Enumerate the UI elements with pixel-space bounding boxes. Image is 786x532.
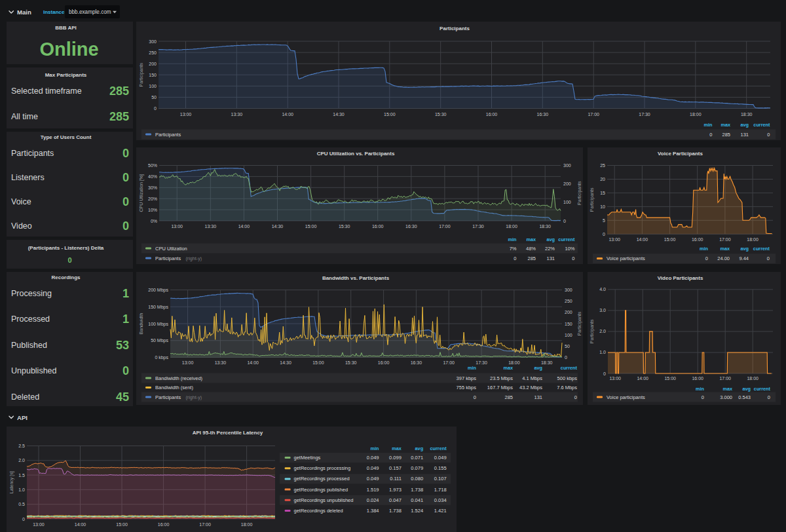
svg-text:13:00: 13:00 (33, 522, 45, 527)
svg-text:0.111: 0.111 (390, 476, 402, 482)
svg-text:Participants: Participants (155, 132, 181, 138)
svg-text:200 Mbps: 200 Mbps (148, 288, 168, 293)
svg-text:16:00: 16:00 (692, 376, 703, 381)
svg-text:Voice: Voice (11, 197, 31, 206)
svg-text:1.519: 1.519 (367, 487, 379, 493)
svg-text:max: max (503, 365, 513, 371)
svg-text:0: 0 (122, 219, 129, 233)
svg-text:0.157: 0.157 (389, 465, 402, 471)
svg-text:CPU Utilization vs. Participan: CPU Utilization vs. Participants (317, 151, 395, 157)
svg-text:22%: 22% (545, 246, 555, 252)
svg-text:avg: avg (546, 237, 555, 242)
svg-text:13:00: 13:00 (180, 112, 192, 117)
svg-text:Voice Participants: Voice Participants (658, 151, 703, 157)
svg-text:14:00: 14:00 (282, 112, 293, 117)
svg-text:0: 0 (122, 195, 129, 208)
svg-text:Instance: Instance (43, 9, 65, 15)
svg-text:100 Mbps: 100 Mbps (148, 322, 168, 327)
svg-text:17:00: 17:00 (439, 224, 451, 229)
svg-text:0.049: 0.049 (434, 455, 447, 461)
svg-text:15: 15 (600, 191, 605, 195)
svg-text:100: 100 (565, 333, 572, 337)
svg-text:10: 10 (600, 204, 605, 209)
svg-text:300: 300 (563, 163, 571, 168)
svg-text:15:30: 15:30 (339, 224, 350, 229)
svg-text:18:30: 18:30 (541, 360, 553, 365)
svg-text:3.000: 3.000 (720, 394, 732, 400)
svg-text:0.099: 0.099 (389, 455, 402, 461)
svg-text:285: 285 (504, 394, 513, 400)
svg-text:500 kbps: 500 kbps (557, 375, 578, 381)
svg-text:131: 131 (546, 256, 555, 261)
svg-text:16:30: 16:30 (405, 224, 417, 229)
svg-text:0.5: 0.5 (18, 502, 25, 506)
svg-text:CPU Utlization [%]: CPU Utlization [%] (139, 174, 144, 212)
svg-text:7.6 Mbps: 7.6 Mbps (557, 385, 577, 390)
svg-text:0: 0 (22, 517, 25, 522)
svg-text:15:00: 15:00 (664, 237, 676, 242)
svg-text:getRecordings processed: getRecordings processed (294, 476, 350, 482)
svg-text:24.00: 24.00 (717, 256, 730, 261)
svg-text:17:00: 17:00 (719, 237, 731, 242)
svg-text:(Participants - Listeners) Del: (Participants - Listeners) Delta (28, 245, 104, 251)
svg-text:7%: 7% (510, 246, 517, 252)
svg-text:Bandwidth: Bandwidth (139, 313, 143, 335)
svg-text:13:30: 13:30 (231, 112, 243, 117)
svg-text:1.0: 1.0 (18, 487, 25, 492)
svg-text:18:00: 18:00 (506, 224, 517, 229)
svg-text:15:30: 15:30 (345, 360, 357, 365)
svg-text:0.047: 0.047 (389, 497, 402, 503)
svg-text:16:00: 16:00 (378, 360, 390, 365)
svg-text:0%: 0% (151, 219, 157, 223)
svg-text:20: 20 (600, 177, 605, 181)
svg-text:min: min (468, 365, 476, 371)
svg-text:15:30: 15:30 (435, 112, 447, 117)
svg-text:Participants: Participants (590, 187, 595, 212)
svg-text:18:00: 18:00 (747, 237, 758, 242)
svg-text:Main: Main (17, 9, 31, 16)
svg-text:Bandwidth vs. Participants: Bandwidth vs. Participants (322, 275, 390, 281)
svg-text:285: 285 (527, 256, 536, 261)
svg-text:min: min (371, 446, 379, 451)
svg-text:Latency [s]: Latency [s] (9, 471, 14, 493)
svg-text:Participants: Participants (577, 311, 582, 335)
svg-text:0.034: 0.034 (434, 497, 447, 503)
svg-text:Video: Video (11, 221, 32, 231)
svg-text:0: 0 (702, 394, 704, 400)
svg-text:Selected timeframe: Selected timeframe (11, 86, 82, 96)
svg-text:Participants: Participants (440, 26, 470, 31)
svg-text:current: current (753, 246, 770, 252)
svg-text:Listeners: Listeners (11, 173, 45, 182)
svg-text:API 95-th Percentile Latency: API 95-th Percentile Latency (193, 430, 263, 436)
svg-text:getRecordings deleted: getRecordings deleted (294, 508, 343, 514)
svg-text:20%: 20% (148, 197, 157, 201)
svg-text:0.049: 0.049 (367, 465, 379, 471)
svg-text:14:00: 14:00 (238, 224, 250, 229)
svg-text:(right-y): (right-y) (185, 256, 202, 261)
svg-text:755 kbps: 755 kbps (457, 385, 477, 390)
svg-text:0: 0 (67, 256, 71, 264)
svg-text:1: 1 (122, 313, 129, 326)
svg-text:0: 0 (768, 394, 770, 400)
svg-text:0: 0 (474, 394, 476, 400)
svg-text:15:00: 15:00 (116, 522, 128, 527)
svg-text:0: 0 (767, 256, 770, 261)
svg-text:14:30: 14:30 (333, 112, 345, 117)
svg-text:18:00: 18:00 (508, 360, 520, 365)
svg-text:13:00: 13:00 (609, 376, 621, 381)
svg-text:0.041: 0.041 (411, 497, 423, 503)
svg-text:avg: avg (740, 122, 749, 128)
svg-text:17:30: 17:30 (639, 112, 650, 117)
svg-text:4.1 Mbps: 4.1 Mbps (522, 375, 542, 381)
svg-text:14:30: 14:30 (280, 360, 291, 365)
svg-text:current: current (561, 365, 578, 371)
svg-text:17:30: 17:30 (472, 224, 484, 229)
svg-text:Participants: Participants (139, 62, 144, 86)
svg-text:0.049: 0.049 (367, 476, 379, 482)
svg-text:0: 0 (705, 256, 708, 261)
svg-text:17:00: 17:00 (199, 522, 211, 527)
svg-text:(right-y): (right-y) (185, 394, 202, 400)
svg-text:0: 0 (122, 171, 129, 184)
svg-text:285: 285 (109, 85, 129, 98)
svg-text:max: max (720, 122, 730, 128)
